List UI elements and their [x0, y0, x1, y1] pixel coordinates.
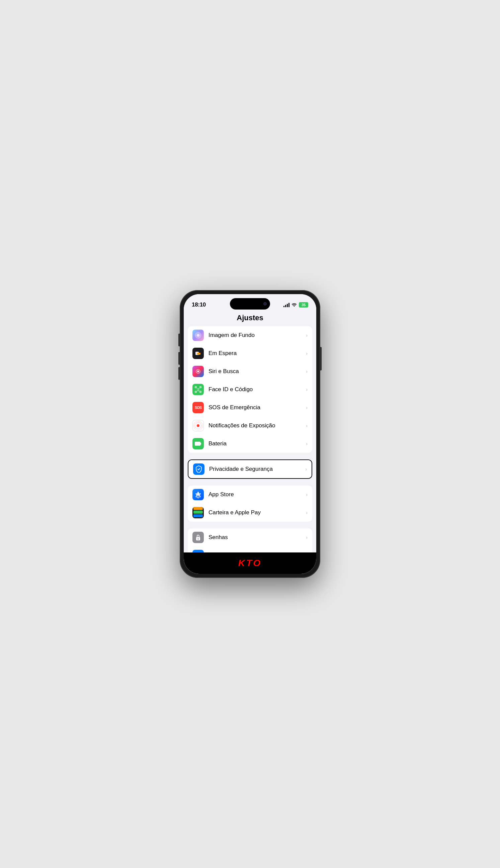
svg-text:A: A: [196, 492, 200, 497]
passwords-icon: [192, 532, 204, 543]
battery-icon: [192, 438, 204, 449]
svg-rect-6: [195, 391, 196, 392]
sidebar-item-standby[interactable]: Em Espera ›: [188, 344, 312, 362]
sidebar-item-exposure[interactable]: Notificações de Exposição ›: [188, 416, 312, 435]
faceid-icon: [192, 384, 204, 395]
svg-rect-7: [200, 391, 201, 392]
settings-list: Imagem de Fundo › Em Espera ›: [184, 326, 316, 552]
chevron-icon: ›: [306, 333, 308, 338]
mail-label: Mail: [208, 552, 304, 552]
privacy-icon: [193, 464, 204, 475]
phone-screen: 18:10 35: [184, 294, 316, 574]
sos-label: SOS de Emergência: [208, 404, 304, 411]
sidebar-item-privacy[interactable]: Privacidade e Segurança ›: [189, 460, 311, 478]
screen-content: Ajustes Imagem de Fundo ›: [184, 311, 316, 552]
mail-icon: [192, 550, 204, 552]
page-title: Ajustes: [184, 311, 316, 326]
svg-rect-4: [195, 387, 196, 388]
chevron-icon: ›: [306, 441, 308, 446]
svg-rect-12: [201, 443, 201, 445]
battery-label: Bateria: [208, 441, 304, 447]
wallet-label: Carteira e Apple Pay: [208, 509, 304, 516]
svg-rect-1: [197, 353, 201, 355]
kto-logo: KTO: [238, 558, 262, 568]
svg-point-15: [198, 538, 199, 539]
standby-icon: [192, 348, 204, 359]
svg-point-3: [197, 370, 199, 373]
svg-point-9: [199, 388, 200, 389]
appstore-label: App Store: [208, 491, 304, 498]
exposure-icon: [192, 420, 204, 431]
sidebar-item-appstore[interactable]: A App Store ›: [188, 486, 312, 504]
passwords-label: Senhas: [208, 534, 304, 541]
chevron-icon: ›: [306, 535, 308, 540]
svg-point-8: [197, 388, 197, 389]
svg-rect-11: [195, 442, 201, 446]
chevron-icon: ›: [306, 510, 308, 515]
chevron-icon: ›: [306, 405, 308, 410]
sidebar-item-passwords[interactable]: Senhas ›: [188, 528, 312, 546]
siri-icon: [192, 366, 204, 377]
sidebar-item-wallpaper[interactable]: Imagem de Fundo ›: [188, 326, 312, 344]
chevron-icon: ›: [306, 369, 308, 374]
status-time: 18:10: [192, 301, 206, 308]
status-bar: 18:10 35: [184, 294, 316, 311]
siri-label: Siri e Busca: [208, 368, 304, 375]
privacy-label: Privacidade e Segurança: [209, 466, 303, 472]
sidebar-item-faceid[interactable]: Face ID e Código ›: [188, 380, 312, 399]
signal-icon: [283, 302, 289, 307]
appstore-icon: A: [192, 489, 204, 500]
wallpaper-icon: [192, 330, 204, 341]
sidebar-item-siri[interactable]: Siri e Busca ›: [188, 362, 312, 380]
standby-label: Em Espera: [208, 350, 304, 357]
settings-group-3: A App Store ›: [188, 486, 312, 522]
chevron-icon: ›: [306, 351, 308, 356]
chevron-icon: ›: [306, 387, 308, 392]
phone-frame: 18:10 35: [180, 290, 320, 578]
sidebar-item-sos[interactable]: SOS SOS de Emergência ›: [188, 399, 312, 416]
exposure-label: Notificações de Exposição: [208, 422, 304, 429]
wallet-icon: [192, 507, 204, 518]
sidebar-item-mail[interactable]: Mail ›: [188, 546, 312, 552]
battery-indicator: 35: [299, 302, 308, 308]
sos-icon: SOS: [192, 402, 204, 413]
chevron-icon: ›: [306, 423, 308, 428]
wallpaper-label: Imagem de Fundo: [208, 332, 304, 339]
wifi-icon: [292, 302, 297, 308]
chevron-icon: ›: [306, 492, 308, 497]
chevron-icon: ›: [305, 467, 307, 472]
sidebar-item-wallet[interactable]: Carteira e Apple Pay ›: [188, 504, 312, 522]
sidebar-item-battery[interactable]: Bateria ›: [188, 435, 312, 453]
kto-footer: KTO: [184, 552, 316, 574]
settings-group-4: Senhas › Mail ›: [188, 528, 312, 552]
camera-dot: [263, 302, 267, 306]
faceid-label: Face ID e Código: [208, 386, 304, 393]
settings-group-1: Imagem de Fundo › Em Espera ›: [188, 326, 312, 453]
svg-rect-5: [200, 387, 201, 388]
dynamic-island: [230, 298, 270, 309]
settings-group-2: Privacidade e Segurança ›: [188, 459, 312, 479]
status-icons: 35: [283, 302, 308, 308]
